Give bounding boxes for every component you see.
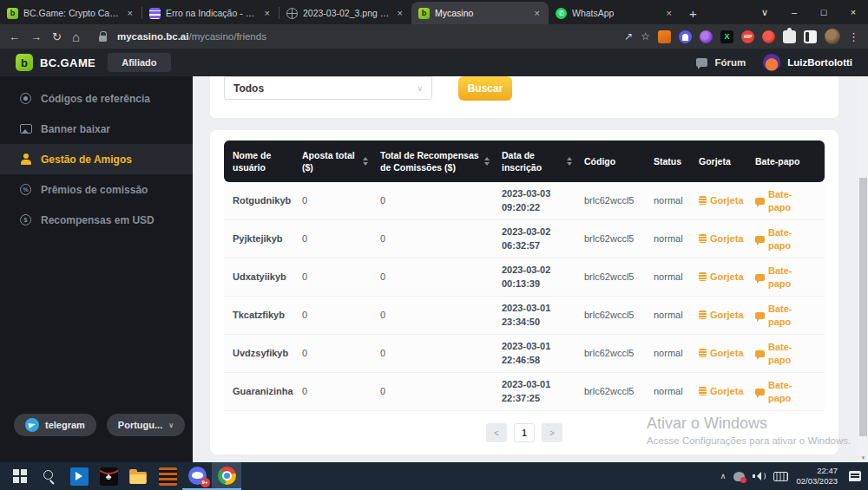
col-commission-total[interactable]: Total de Recompensas de Comissões ($)	[372, 149, 493, 173]
language-label: Portugu...	[118, 420, 162, 430]
taskbar-clock[interactable]: 22:47 02/03/2023	[796, 466, 838, 487]
forward-icon[interactable]: →	[30, 31, 42, 42]
forum-link[interactable]: Fórum	[714, 57, 746, 68]
share-icon[interactable]: ↗	[624, 30, 633, 42]
extensions-puzzle-icon[interactable]	[783, 30, 796, 43]
keyboard-tray-icon[interactable]	[773, 472, 788, 481]
tip-link[interactable]: Gorjeta	[690, 271, 746, 284]
cell-status: normal	[645, 271, 690, 284]
sidebar-item-usd-rewards[interactable]: $ Recompensas em USD	[0, 205, 193, 235]
chat-link[interactable]: Bate-papo	[746, 265, 825, 291]
chat-link[interactable]: Bate-papo	[746, 379, 825, 405]
taskbar-anydesk[interactable]	[64, 462, 94, 490]
language-selector[interactable]: Portugu... ∨	[107, 414, 185, 436]
recording-tray-icon[interactable]	[733, 472, 745, 481]
chat-link[interactable]: Bate-papo	[746, 188, 825, 214]
chevron-down-icon: ∨	[417, 84, 423, 93]
table-row: Guaranizinha 0 0 2023-03-01 22:37:25 brl…	[224, 373, 825, 411]
volume-icon[interactable]	[753, 471, 766, 481]
taskbar-poker-app[interactable]: ♣	[94, 462, 123, 490]
prev-page-button[interactable]: <	[486, 423, 507, 442]
tab-close-icon[interactable]: ×	[263, 8, 272, 18]
sidepanel-extension-icon[interactable]	[804, 30, 817, 43]
exchange-extension-icon[interactable]: X	[720, 30, 733, 43]
scrollbar-down-arrow[interactable]: ▼	[858, 455, 868, 461]
taskbar-discord[interactable]: 9+	[182, 462, 212, 490]
table-row: Tkcatzfikyb 0 0 2023-03-01 23:34:50 brlc…	[224, 297, 825, 335]
filter-dropdown[interactable]: Todos ∨	[224, 76, 432, 100]
sort-icon[interactable]	[484, 157, 490, 166]
tray-expand-chevron-icon[interactable]: ∧	[720, 472, 727, 480]
tip-link[interactable]: Gorjeta	[690, 194, 746, 207]
col-signup-date[interactable]: Data de inscrição	[493, 149, 575, 173]
sidebar-item-commission-rewards[interactable]: % Prêmios de comissão	[0, 174, 193, 205]
back-icon[interactable]: ←	[9, 31, 20, 42]
tip-link[interactable]: Gorjeta	[690, 347, 746, 360]
search-button[interactable]: Buscar	[458, 76, 512, 101]
col-bet-total[interactable]: Aposta total ($)	[293, 149, 372, 173]
tip-link[interactable]: Gorjeta	[690, 385, 746, 398]
close-window-icon[interactable]: ×	[838, 0, 868, 24]
telegram-button[interactable]: telegram	[14, 414, 96, 436]
tab-mycasino-active[interactable]: b Mycasino ×	[411, 2, 549, 24]
address-bar[interactable]: mycasino.bc.ai/mycasino/friends	[117, 31, 266, 42]
purple-extension-icon[interactable]	[700, 30, 713, 43]
main-content: Todos ∨ Buscar Nome de usuário Aposta to…	[193, 76, 868, 462]
url-path: /mycasino/friends	[188, 31, 266, 42]
next-page-button[interactable]: >	[542, 423, 562, 442]
tab-close-icon[interactable]: ×	[665, 8, 674, 18]
bookmark-star-icon[interactable]: ☆	[641, 30, 650, 42]
clock-time: 22:47	[796, 466, 838, 476]
chat-link[interactable]: Bate-papo	[746, 303, 825, 329]
tab-png-image[interactable]: 2023-03-02_3.png (1024×76 ×	[279, 2, 411, 24]
sidebar-item-friends-management[interactable]: Gestão de Amigos	[0, 144, 193, 174]
sidebar-item-banner-download[interactable]: Banner baixar	[0, 114, 193, 144]
taskbar-striped-app[interactable]	[153, 462, 182, 490]
tab-bcgame-crypto-casino[interactable]: b BC.Game: Crypto Casino Gan ×	[0, 2, 141, 24]
tip-link[interactable]: Gorjeta	[690, 232, 746, 245]
tab-close-icon[interactable]: ×	[533, 8, 542, 18]
sort-icon[interactable]	[567, 157, 572, 166]
new-tab-button[interactable]: +	[681, 6, 707, 24]
start-button[interactable]	[5, 462, 35, 490]
scrollbar-thumb[interactable]	[859, 178, 867, 436]
toolbar-right: ↗ ☆ X ABP ⋮	[624, 29, 859, 44]
page-number-button[interactable]: 1	[514, 423, 535, 442]
globe-favicon	[286, 8, 298, 19]
cell-username: Pyjktejikyb	[224, 232, 293, 245]
browser-menu-icon[interactable]: ⋮	[848, 30, 859, 43]
lock-icon[interactable]	[99, 36, 107, 42]
taskbar-chrome[interactable]	[212, 462, 241, 490]
tip-link[interactable]: Gorjeta	[690, 309, 746, 322]
cell-code: brlc62wccl5	[575, 385, 645, 398]
chrome-menu-chevron-icon[interactable]: ∨	[750, 0, 779, 24]
browser-profile-avatar[interactable]	[825, 29, 840, 44]
page-scrollbar[interactable]: ▼	[858, 76, 868, 462]
taskbar-file-explorer[interactable]	[123, 462, 153, 490]
reload-icon[interactable]: ↻	[52, 31, 62, 42]
chat-link[interactable]: Bate-papo	[746, 341, 825, 367]
tab-close-icon[interactable]: ×	[126, 8, 135, 18]
action-center-icon[interactable]	[849, 471, 861, 481]
chat-link[interactable]: Bate-papo	[746, 226, 825, 252]
metamask-extension-icon[interactable]	[658, 30, 671, 43]
red-extension-icon[interactable]	[762, 30, 775, 43]
folder-icon	[129, 472, 147, 484]
tab-title: 2023-03-02_3.png (1024×76	[303, 8, 391, 18]
user-avatar[interactable]	[763, 54, 780, 71]
sort-icon[interactable]	[363, 157, 368, 166]
tab-erro-na-indicacao[interactable]: Erro na Indicação - BC.Game ×	[142, 2, 279, 24]
adblock-extension-icon[interactable]: ABP	[741, 30, 754, 43]
phantom-extension-icon[interactable]	[679, 30, 692, 43]
home-icon[interactable]: ⌂	[72, 30, 80, 43]
username-label[interactable]: LuizBortolotti	[787, 57, 852, 68]
minimize-icon[interactable]: –	[779, 0, 809, 24]
bcgame-logo[interactable]: b	[16, 54, 33, 71]
col-username: Nome de usuário	[224, 149, 293, 173]
affiliate-nav-button[interactable]: Afiliado	[108, 53, 170, 72]
tab-whatsapp[interactable]: ✆ WhatsApp ×	[549, 2, 681, 24]
taskbar-search-button[interactable]	[35, 462, 64, 490]
sidebar-item-referral-codes[interactable]: Códigos de referência	[0, 83, 193, 114]
tab-close-icon[interactable]: ×	[396, 8, 404, 18]
maximize-icon[interactable]: □	[809, 0, 838, 24]
